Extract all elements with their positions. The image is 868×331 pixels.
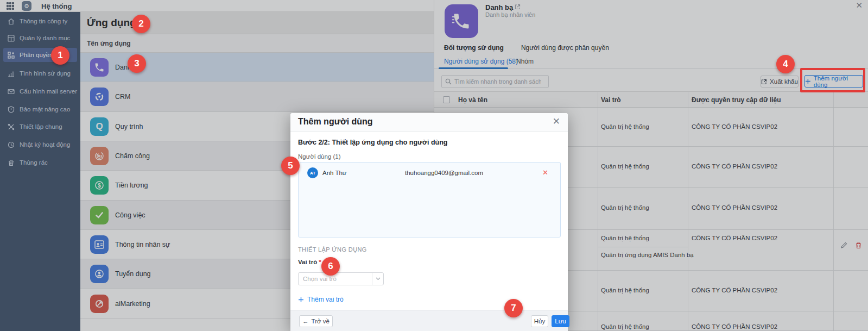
user-name: Anh Thư (322, 170, 347, 176)
role-select[interactable]: Chọn vai trò (298, 272, 384, 285)
user-email: thuhoangg0409@gmail.com (405, 170, 483, 176)
annotation-badge-6: 6 (321, 257, 340, 276)
plus-icon (298, 297, 304, 303)
remove-user-icon[interactable]: ✕ (542, 168, 548, 177)
role-select-placeholder: Chọn vai trò (303, 276, 372, 282)
annotation-badge-7: 7 (504, 299, 523, 317)
modal-footer: ← Trở về Hủy Lưu (290, 310, 568, 331)
role-field-label: Vai trò* (298, 259, 321, 265)
modal-title: Thêm người dùng (298, 117, 373, 127)
required-asterisk: * (319, 259, 321, 265)
back-button[interactable]: ← Trở về (299, 315, 333, 327)
modal-header: Thêm người dùng ✕ (290, 113, 568, 132)
save-button[interactable]: Lưu (552, 315, 569, 327)
back-arrow-icon: ← (302, 318, 309, 324)
add-role-label: Thêm vai trò (307, 296, 344, 303)
modal-step-label: Bước 2/2: Thiết lập ứng dụng cho người d… (298, 139, 447, 146)
chevron-down-icon (372, 277, 383, 280)
modal-close-icon[interactable]: ✕ (553, 116, 560, 127)
screen: ⚙ Hệ thống Thông tin công ty Quản lý dan… (0, 0, 868, 331)
cancel-button[interactable]: Hủy (531, 315, 548, 327)
add-user-modal: Thêm người dùng ✕ Bước 2/2: Thiết lập ứn… (290, 113, 568, 331)
annotation-badge-5: 5 (281, 157, 300, 175)
app-setup-section-label: THIẾT LẬP ỨNG DỤNG (298, 246, 367, 253)
annotation-badge-3: 3 (128, 54, 146, 73)
annotation-badge-1: 1 (51, 46, 69, 65)
modal-users-count-label: Người dùng (1) (298, 153, 341, 160)
avatar: AT (307, 167, 318, 178)
annotation-badge-4: 4 (776, 55, 795, 73)
annotation-highlight-rect (800, 68, 865, 92)
selected-users-box: AT Anh Thư thuhoangg0409@gmail.com ✕ (298, 162, 561, 238)
annotation-badge-2: 2 (132, 15, 150, 33)
add-role-link[interactable]: Thêm vai trò (298, 296, 344, 303)
